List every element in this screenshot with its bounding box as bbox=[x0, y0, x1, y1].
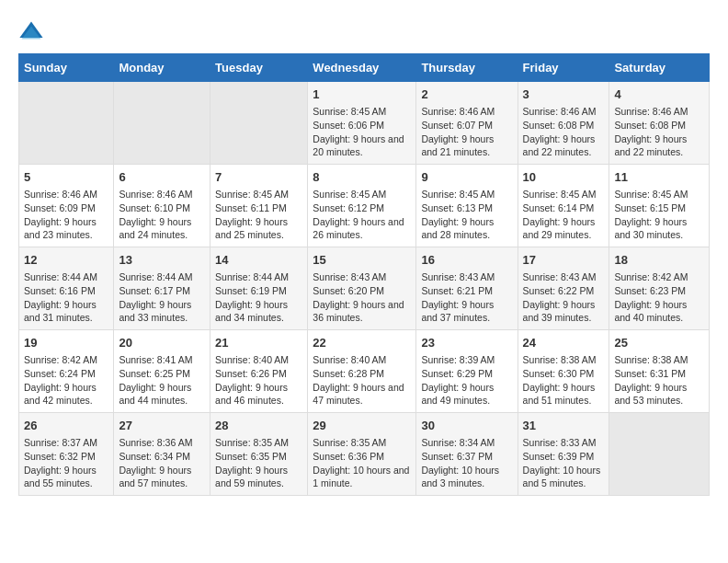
day-number: 29 bbox=[313, 418, 411, 434]
day-number: 25 bbox=[614, 335, 704, 351]
calendar-cell: 1Sunrise: 8:45 AMSunset: 6:06 PMDaylight… bbox=[308, 82, 416, 165]
day-number: 12 bbox=[24, 252, 108, 269]
calendar-cell: 10Sunrise: 8:45 AMSunset: 6:14 PMDayligh… bbox=[518, 165, 609, 247]
logo-icon bbox=[18, 18, 44, 44]
calendar-week-row: 26Sunrise: 8:37 AMSunset: 6:32 PMDayligh… bbox=[19, 413, 710, 496]
day-number: 14 bbox=[215, 252, 302, 269]
cell-content: Sunrise: 8:34 AMSunset: 6:37 PMDaylight:… bbox=[421, 436, 512, 490]
calendar-cell: 29Sunrise: 8:35 AMSunset: 6:36 PMDayligh… bbox=[308, 413, 416, 496]
header-day-friday: Friday bbox=[518, 54, 609, 82]
cell-content: Sunrise: 8:43 AMSunset: 6:22 PMDaylight:… bbox=[523, 270, 605, 325]
day-number: 8 bbox=[313, 169, 411, 186]
day-number: 27 bbox=[119, 418, 205, 434]
day-number: 7 bbox=[215, 169, 302, 186]
cell-content: Sunrise: 8:35 AMSunset: 6:35 PMDaylight:… bbox=[215, 436, 302, 490]
cell-content: Sunrise: 8:42 AMSunset: 6:23 PMDaylight:… bbox=[614, 270, 704, 325]
day-number: 20 bbox=[119, 335, 205, 351]
cell-content: Sunrise: 8:43 AMSunset: 6:20 PMDaylight:… bbox=[313, 270, 411, 325]
cell-content: Sunrise: 8:46 AMSunset: 6:08 PMDaylight:… bbox=[614, 105, 704, 159]
day-number: 10 bbox=[523, 169, 605, 186]
cell-content: Sunrise: 8:45 AMSunset: 6:11 PMDaylight:… bbox=[215, 188, 302, 242]
cell-content: Sunrise: 8:33 AMSunset: 6:39 PMDaylight:… bbox=[523, 436, 605, 490]
cell-content: Sunrise: 8:44 AMSunset: 6:19 PMDaylight:… bbox=[215, 270, 302, 325]
calendar-cell: 21Sunrise: 8:40 AMSunset: 6:26 PMDayligh… bbox=[210, 330, 308, 413]
day-number: 24 bbox=[523, 335, 605, 351]
cell-content: Sunrise: 8:37 AMSunset: 6:32 PMDaylight:… bbox=[24, 436, 108, 490]
day-number: 22 bbox=[313, 335, 411, 351]
cell-content: Sunrise: 8:45 AMSunset: 6:06 PMDaylight:… bbox=[313, 105, 411, 159]
header-day-saturday: Saturday bbox=[609, 54, 710, 82]
calendar-cell: 26Sunrise: 8:37 AMSunset: 6:32 PMDayligh… bbox=[19, 413, 114, 496]
day-number: 9 bbox=[421, 169, 512, 186]
calendar-cell: 16Sunrise: 8:43 AMSunset: 6:21 PMDayligh… bbox=[416, 247, 518, 330]
cell-content: Sunrise: 8:40 AMSunset: 6:26 PMDaylight:… bbox=[215, 353, 302, 408]
calendar-cell: 13Sunrise: 8:44 AMSunset: 6:17 PMDayligh… bbox=[114, 247, 210, 330]
calendar-cell: 18Sunrise: 8:42 AMSunset: 6:23 PMDayligh… bbox=[609, 247, 710, 330]
day-number: 1 bbox=[313, 86, 411, 103]
calendar-cell: 6Sunrise: 8:46 AMSunset: 6:10 PMDaylight… bbox=[114, 165, 210, 247]
logo bbox=[18, 18, 48, 44]
cell-content: Sunrise: 8:46 AMSunset: 6:10 PMDaylight:… bbox=[119, 188, 205, 242]
day-number: 11 bbox=[614, 169, 704, 186]
cell-content: Sunrise: 8:36 AMSunset: 6:34 PMDaylight:… bbox=[119, 436, 205, 490]
cell-content: Sunrise: 8:40 AMSunset: 6:28 PMDaylight:… bbox=[313, 353, 411, 408]
day-number: 2 bbox=[421, 86, 512, 103]
calendar-cell: 19Sunrise: 8:42 AMSunset: 6:24 PMDayligh… bbox=[19, 330, 114, 413]
day-number: 17 bbox=[523, 252, 605, 269]
calendar-cell: 17Sunrise: 8:43 AMSunset: 6:22 PMDayligh… bbox=[518, 247, 609, 330]
calendar-week-row: 19Sunrise: 8:42 AMSunset: 6:24 PMDayligh… bbox=[19, 330, 710, 413]
calendar-cell: 11Sunrise: 8:45 AMSunset: 6:15 PMDayligh… bbox=[609, 165, 710, 247]
calendar-cell: 31Sunrise: 8:33 AMSunset: 6:39 PMDayligh… bbox=[518, 413, 609, 496]
calendar-table: SundayMondayTuesdayWednesdayThursdayFrid… bbox=[18, 53, 710, 496]
calendar-cell: 28Sunrise: 8:35 AMSunset: 6:35 PMDayligh… bbox=[210, 413, 308, 496]
cell-content: Sunrise: 8:35 AMSunset: 6:36 PMDaylight:… bbox=[313, 436, 411, 490]
cell-content: Sunrise: 8:44 AMSunset: 6:17 PMDaylight:… bbox=[119, 270, 205, 325]
calendar-cell: 2Sunrise: 8:46 AMSunset: 6:07 PMDaylight… bbox=[416, 82, 518, 165]
calendar-cell: 27Sunrise: 8:36 AMSunset: 6:34 PMDayligh… bbox=[114, 413, 210, 496]
calendar-header-row: SundayMondayTuesdayWednesdayThursdayFrid… bbox=[19, 54, 710, 82]
cell-content: Sunrise: 8:43 AMSunset: 6:21 PMDaylight:… bbox=[421, 270, 512, 325]
calendar-cell: 8Sunrise: 8:45 AMSunset: 6:12 PMDaylight… bbox=[308, 165, 416, 247]
calendar-cell: 3Sunrise: 8:46 AMSunset: 6:08 PMDaylight… bbox=[518, 82, 609, 165]
cell-content: Sunrise: 8:46 AMSunset: 6:08 PMDaylight:… bbox=[523, 105, 605, 159]
calendar-cell: 23Sunrise: 8:39 AMSunset: 6:29 PMDayligh… bbox=[416, 330, 518, 413]
cell-content: Sunrise: 8:39 AMSunset: 6:29 PMDaylight:… bbox=[421, 353, 512, 408]
calendar-cell bbox=[114, 82, 210, 165]
cell-content: Sunrise: 8:44 AMSunset: 6:16 PMDaylight:… bbox=[24, 270, 108, 325]
calendar-cell: 20Sunrise: 8:41 AMSunset: 6:25 PMDayligh… bbox=[114, 330, 210, 413]
header-day-thursday: Thursday bbox=[416, 54, 518, 82]
header-day-sunday: Sunday bbox=[19, 54, 114, 82]
calendar-cell: 5Sunrise: 8:46 AMSunset: 6:09 PMDaylight… bbox=[19, 165, 114, 247]
day-number: 4 bbox=[614, 86, 704, 103]
calendar-week-row: 1Sunrise: 8:45 AMSunset: 6:06 PMDaylight… bbox=[19, 82, 710, 165]
cell-content: Sunrise: 8:45 AMSunset: 6:13 PMDaylight:… bbox=[421, 188, 512, 242]
day-number: 6 bbox=[119, 169, 205, 186]
day-number: 16 bbox=[421, 252, 512, 269]
cell-content: Sunrise: 8:45 AMSunset: 6:14 PMDaylight:… bbox=[523, 188, 605, 242]
day-number: 5 bbox=[24, 169, 108, 186]
day-number: 21 bbox=[215, 335, 302, 351]
day-number: 28 bbox=[215, 418, 302, 434]
cell-content: Sunrise: 8:38 AMSunset: 6:30 PMDaylight:… bbox=[523, 353, 605, 408]
calendar-cell bbox=[19, 82, 114, 165]
cell-content: Sunrise: 8:46 AMSunset: 6:09 PMDaylight:… bbox=[24, 188, 108, 242]
day-number: 18 bbox=[614, 252, 704, 269]
calendar-cell: 12Sunrise: 8:44 AMSunset: 6:16 PMDayligh… bbox=[19, 247, 114, 330]
day-number: 23 bbox=[421, 335, 512, 351]
calendar-week-row: 5Sunrise: 8:46 AMSunset: 6:09 PMDaylight… bbox=[19, 165, 710, 247]
header bbox=[18, 18, 710, 44]
calendar-cell: 22Sunrise: 8:40 AMSunset: 6:28 PMDayligh… bbox=[308, 330, 416, 413]
cell-content: Sunrise: 8:38 AMSunset: 6:31 PMDaylight:… bbox=[614, 353, 704, 408]
calendar-cell: 7Sunrise: 8:45 AMSunset: 6:11 PMDaylight… bbox=[210, 165, 308, 247]
day-number: 15 bbox=[313, 252, 411, 269]
calendar-cell: 4Sunrise: 8:46 AMSunset: 6:08 PMDaylight… bbox=[609, 82, 710, 165]
calendar-cell: 9Sunrise: 8:45 AMSunset: 6:13 PMDaylight… bbox=[416, 165, 518, 247]
calendar-cell: 24Sunrise: 8:38 AMSunset: 6:30 PMDayligh… bbox=[518, 330, 609, 413]
cell-content: Sunrise: 8:46 AMSunset: 6:07 PMDaylight:… bbox=[421, 105, 512, 159]
calendar-cell bbox=[210, 82, 308, 165]
day-number: 19 bbox=[24, 335, 108, 351]
calendar-cell: 25Sunrise: 8:38 AMSunset: 6:31 PMDayligh… bbox=[609, 330, 710, 413]
day-number: 3 bbox=[523, 86, 605, 103]
cell-content: Sunrise: 8:41 AMSunset: 6:25 PMDaylight:… bbox=[119, 353, 205, 408]
header-day-wednesday: Wednesday bbox=[308, 54, 416, 82]
